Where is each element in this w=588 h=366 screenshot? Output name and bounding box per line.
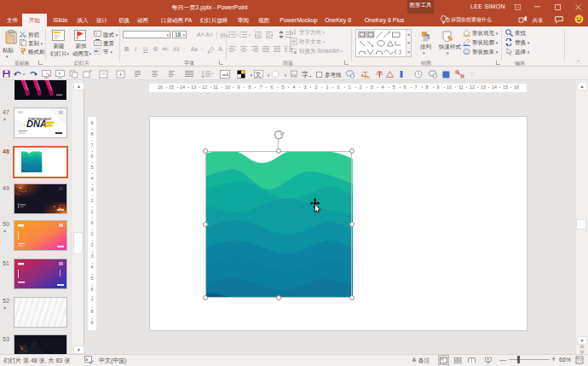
svg-text:2: 2 (239, 35, 242, 38)
svg-text:b: b (458, 72, 461, 76)
svg-text:▾: ▾ (249, 32, 251, 38)
svg-text:a: a (85, 357, 88, 362)
svg-text:字: 字 (302, 71, 308, 78)
svg-text:DNA: DNA (26, 119, 47, 129)
svg-text:1: 1 (239, 31, 242, 34)
svg-text:文: 文 (256, 71, 262, 78)
svg-text:O: O (20, 345, 22, 349)
